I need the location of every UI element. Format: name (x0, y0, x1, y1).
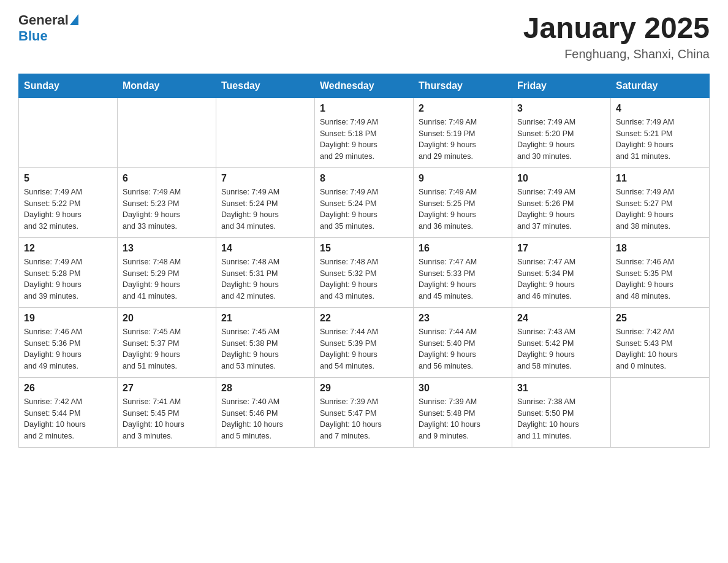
calendar-cell: 11Sunrise: 7:49 AM Sunset: 5:27 PM Dayli… (611, 167, 710, 237)
day-info: Sunrise: 7:43 AM Sunset: 5:42 PM Dayligh… (517, 326, 605, 372)
calendar-table: SundayMondayTuesdayWednesdayThursdayFrid… (18, 74, 710, 448)
calendar-cell: 20Sunrise: 7:45 AM Sunset: 5:37 PM Dayli… (118, 307, 216, 377)
day-info: Sunrise: 7:39 AM Sunset: 5:48 PM Dayligh… (419, 396, 507, 442)
day-number: 5 (24, 173, 112, 184)
day-info: Sunrise: 7:41 AM Sunset: 5:45 PM Dayligh… (123, 396, 211, 442)
day-number: 20 (123, 313, 211, 324)
day-number: 8 (320, 173, 408, 184)
calendar-cell: 17Sunrise: 7:47 AM Sunset: 5:34 PM Dayli… (512, 237, 611, 307)
calendar-week-row: 26Sunrise: 7:42 AM Sunset: 5:44 PM Dayli… (19, 377, 710, 447)
calendar-cell: 1Sunrise: 7:49 AM Sunset: 5:18 PM Daylig… (315, 98, 414, 167)
calendar-cell (611, 377, 710, 447)
day-number: 7 (221, 173, 309, 184)
day-number: 29 (320, 383, 408, 394)
calendar-header-row: SundayMondayTuesdayWednesdayThursdayFrid… (19, 74, 710, 98)
calendar-cell: 7Sunrise: 7:49 AM Sunset: 5:24 PM Daylig… (216, 167, 315, 237)
calendar-day-header: Tuesday (216, 74, 315, 98)
day-number: 6 (123, 173, 211, 184)
calendar-cell: 12Sunrise: 7:49 AM Sunset: 5:28 PM Dayli… (19, 237, 118, 307)
day-number: 21 (221, 313, 309, 324)
day-info: Sunrise: 7:42 AM Sunset: 5:44 PM Dayligh… (24, 396, 112, 442)
day-info: Sunrise: 7:48 AM Sunset: 5:31 PM Dayligh… (221, 256, 309, 302)
calendar-cell: 21Sunrise: 7:45 AM Sunset: 5:38 PM Dayli… (216, 307, 315, 377)
title-block: January 2025 Fenghuang, Shanxi, China (523, 12, 710, 61)
day-number: 24 (517, 313, 605, 324)
day-number: 25 (616, 313, 704, 324)
day-info: Sunrise: 7:49 AM Sunset: 5:22 PM Dayligh… (24, 186, 112, 232)
calendar-day-header: Wednesday (315, 74, 414, 98)
day-info: Sunrise: 7:49 AM Sunset: 5:26 PM Dayligh… (517, 186, 605, 232)
day-info: Sunrise: 7:49 AM Sunset: 5:23 PM Dayligh… (123, 186, 211, 232)
day-info: Sunrise: 7:48 AM Sunset: 5:29 PM Dayligh… (123, 256, 211, 302)
day-number: 12 (24, 243, 112, 254)
day-info: Sunrise: 7:47 AM Sunset: 5:34 PM Dayligh… (517, 256, 605, 302)
day-info: Sunrise: 7:48 AM Sunset: 5:32 PM Dayligh… (320, 256, 408, 302)
day-number: 15 (320, 243, 408, 254)
calendar-cell: 13Sunrise: 7:48 AM Sunset: 5:29 PM Dayli… (118, 237, 216, 307)
day-info: Sunrise: 7:49 AM Sunset: 5:18 PM Dayligh… (320, 117, 408, 163)
day-number: 26 (24, 383, 112, 394)
day-number: 13 (123, 243, 211, 254)
day-info: Sunrise: 7:46 AM Sunset: 5:35 PM Dayligh… (616, 256, 704, 302)
day-info: Sunrise: 7:39 AM Sunset: 5:47 PM Dayligh… (320, 396, 408, 442)
calendar-cell (118, 98, 216, 167)
page-header: General Blue January 2025 Fenghuang, Sha… (18, 12, 710, 61)
calendar-day-header: Thursday (414, 74, 512, 98)
day-info: Sunrise: 7:46 AM Sunset: 5:36 PM Dayligh… (24, 326, 112, 372)
day-info: Sunrise: 7:49 AM Sunset: 5:19 PM Dayligh… (419, 117, 507, 163)
day-number: 27 (123, 383, 211, 394)
day-number: 3 (517, 103, 605, 114)
calendar-day-header: Friday (512, 74, 611, 98)
calendar-day-header: Monday (118, 74, 216, 98)
logo: General Blue (18, 12, 78, 44)
calendar-week-row: 12Sunrise: 7:49 AM Sunset: 5:28 PM Dayli… (19, 237, 710, 307)
calendar-cell: 23Sunrise: 7:44 AM Sunset: 5:40 PM Dayli… (414, 307, 512, 377)
calendar-cell: 5Sunrise: 7:49 AM Sunset: 5:22 PM Daylig… (19, 167, 118, 237)
day-info: Sunrise: 7:49 AM Sunset: 5:27 PM Dayligh… (616, 186, 704, 232)
location-text: Fenghuang, Shanxi, China (523, 47, 710, 61)
day-info: Sunrise: 7:40 AM Sunset: 5:46 PM Dayligh… (221, 396, 309, 442)
calendar-cell: 18Sunrise: 7:46 AM Sunset: 5:35 PM Dayli… (611, 237, 710, 307)
day-number: 14 (221, 243, 309, 254)
day-info: Sunrise: 7:42 AM Sunset: 5:43 PM Dayligh… (616, 326, 704, 372)
day-number: 4 (616, 103, 704, 114)
calendar-day-header: Sunday (19, 74, 118, 98)
calendar-cell: 26Sunrise: 7:42 AM Sunset: 5:44 PM Dayli… (19, 377, 118, 447)
calendar-week-row: 5Sunrise: 7:49 AM Sunset: 5:22 PM Daylig… (19, 167, 710, 237)
day-number: 10 (517, 173, 605, 184)
day-info: Sunrise: 7:47 AM Sunset: 5:33 PM Dayligh… (419, 256, 507, 302)
day-number: 17 (517, 243, 605, 254)
day-number: 9 (419, 173, 507, 184)
calendar-cell: 2Sunrise: 7:49 AM Sunset: 5:19 PM Daylig… (414, 98, 512, 167)
calendar-cell: 25Sunrise: 7:42 AM Sunset: 5:43 PM Dayli… (611, 307, 710, 377)
day-info: Sunrise: 7:38 AM Sunset: 5:50 PM Dayligh… (517, 396, 605, 442)
calendar-cell: 8Sunrise: 7:49 AM Sunset: 5:24 PM Daylig… (315, 167, 414, 237)
calendar-cell: 4Sunrise: 7:49 AM Sunset: 5:21 PM Daylig… (611, 98, 710, 167)
calendar-cell: 24Sunrise: 7:43 AM Sunset: 5:42 PM Dayli… (512, 307, 611, 377)
day-number: 1 (320, 103, 408, 114)
day-number: 19 (24, 313, 112, 324)
day-info: Sunrise: 7:45 AM Sunset: 5:38 PM Dayligh… (221, 326, 309, 372)
day-info: Sunrise: 7:49 AM Sunset: 5:20 PM Dayligh… (517, 117, 605, 163)
day-number: 31 (517, 383, 605, 394)
calendar-cell: 3Sunrise: 7:49 AM Sunset: 5:20 PM Daylig… (512, 98, 611, 167)
logo-blue-text: Blue (18, 28, 48, 44)
calendar-cell: 30Sunrise: 7:39 AM Sunset: 5:48 PM Dayli… (414, 377, 512, 447)
calendar-cell: 29Sunrise: 7:39 AM Sunset: 5:47 PM Dayli… (315, 377, 414, 447)
calendar-day-header: Saturday (611, 74, 710, 98)
calendar-week-row: 1Sunrise: 7:49 AM Sunset: 5:18 PM Daylig… (19, 98, 710, 167)
calendar-cell: 22Sunrise: 7:44 AM Sunset: 5:39 PM Dayli… (315, 307, 414, 377)
day-number: 16 (419, 243, 507, 254)
calendar-cell: 14Sunrise: 7:48 AM Sunset: 5:31 PM Dayli… (216, 237, 315, 307)
logo-general-text: General (18, 12, 69, 28)
day-info: Sunrise: 7:44 AM Sunset: 5:40 PM Dayligh… (419, 326, 507, 372)
day-info: Sunrise: 7:44 AM Sunset: 5:39 PM Dayligh… (320, 326, 408, 372)
calendar-cell (19, 98, 118, 167)
day-number: 28 (221, 383, 309, 394)
month-title: January 2025 (523, 12, 710, 45)
calendar-cell: 9Sunrise: 7:49 AM Sunset: 5:25 PM Daylig… (414, 167, 512, 237)
calendar-cell: 16Sunrise: 7:47 AM Sunset: 5:33 PM Dayli… (414, 237, 512, 307)
logo-triangle-icon (70, 14, 78, 25)
calendar-cell: 27Sunrise: 7:41 AM Sunset: 5:45 PM Dayli… (118, 377, 216, 447)
calendar-cell: 28Sunrise: 7:40 AM Sunset: 5:46 PM Dayli… (216, 377, 315, 447)
